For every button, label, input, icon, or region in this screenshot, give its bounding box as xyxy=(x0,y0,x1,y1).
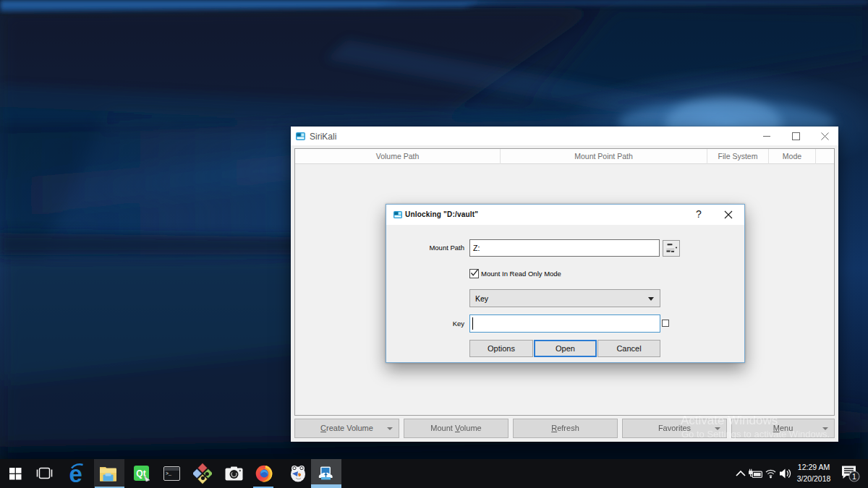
svg-text:>_: >_ xyxy=(166,471,171,476)
svg-text:1: 1 xyxy=(852,472,856,481)
